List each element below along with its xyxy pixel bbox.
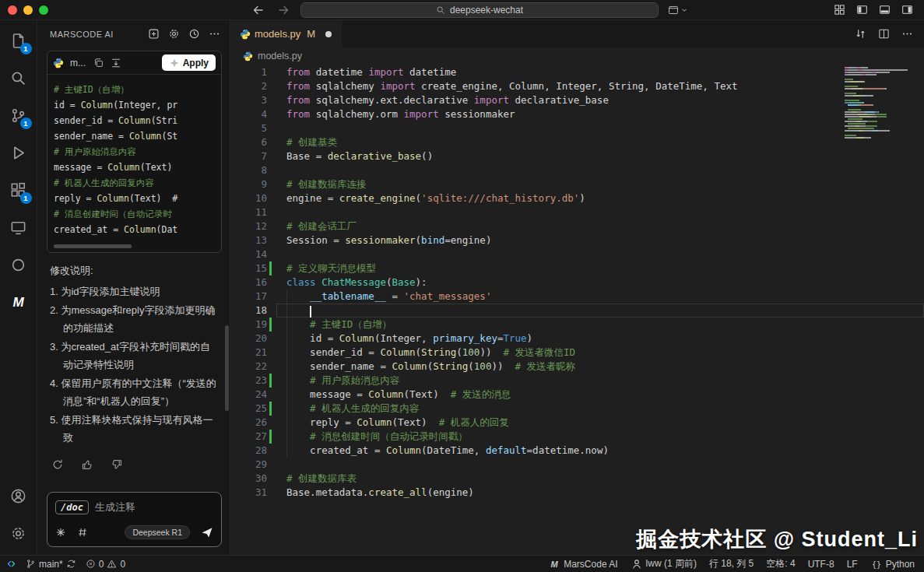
status-item-language[interactable]: {}Python [870,558,915,570]
thumbs-down-button[interactable] [111,458,123,471]
go-back-button[interactable] [252,4,265,16]
status-item-indentation[interactable]: 空格: 4 [766,557,795,570]
minimap-line [845,97,919,99]
code-line[interactable]: 4from sqlalchemy.orm import sessionmaker [230,107,924,121]
code-line[interactable]: 5 [230,121,924,135]
code-line[interactable]: 24 message = Column(Text) # 发送的消息 [230,388,924,402]
code-line[interactable]: 10engine = create_engine('sqlite:///chat… [230,191,924,205]
model-selector[interactable]: Deepseek R1 [125,525,190,539]
toggle-primary-sidebar-button[interactable] [856,4,868,16]
status-item-blame[interactable]: lww (1 周前) [631,557,697,570]
customize-layout-button[interactable] [834,4,845,16]
chat-input-box[interactable]: /doc 生成注释 Deepseek R1 [47,492,222,547]
code-line[interactable]: 3from sqlalchemy.ext.declarative import … [230,93,924,107]
code-line[interactable]: 12# 创建会话工厂 [230,219,924,233]
activity-item-search[interactable] [0,59,37,97]
toggle-secondary-sidebar-button[interactable] [901,4,913,16]
gutter-change-indicator [267,374,276,388]
thumbs-up-button[interactable] [81,458,93,471]
remote-indicator[interactable] [6,559,16,569]
code-line[interactable]: 23 # 用户原始消息内容 [230,374,924,388]
compare-changes-button[interactable] [855,28,866,40]
minimap-line [845,102,919,104]
activity-item-live-preview[interactable] [0,246,37,283]
apply-button[interactable]: Apply [162,54,216,71]
run-icon [10,145,26,161]
code-line[interactable]: 16class ChatMessage(Base): [230,275,924,290]
code-line[interactable]: 28 created_at = Column(DateTime, default… [230,444,924,458]
activity-item-run-debug[interactable] [0,134,37,171]
code-line[interactable]: 18 [230,304,924,318]
chevron-down-icon [680,6,688,14]
panel-more-button[interactable] [209,28,220,40]
code-line[interactable]: 25 # 机器人生成的回复内容 [230,402,924,416]
close-window-button[interactable] [8,5,17,15]
code-line[interactable]: 13Session = sessionmaker(bind=engine) [230,233,924,247]
send-button[interactable] [201,526,213,539]
status-label: UTF-8 [808,559,834,570]
note-item: 4. 保留用户原有的中文注释（“发送的消息”和“机器人的回复”） [50,374,217,410]
go-forward-button[interactable] [277,4,290,16]
insert-code-button[interactable] [111,58,121,68]
gutter-change-indicator [267,430,276,444]
activity-item-remote-explorer[interactable] [0,209,37,246]
tab-models-py[interactable]: models.py M [230,20,342,47]
activity-item-accounts[interactable] [0,477,37,514]
regenerate-button[interactable] [51,458,64,471]
diff-file-tab[interactable]: m... [70,58,86,68]
code-line[interactable]: 19 # 主键ID（自增） [230,318,924,332]
code-line[interactable]: 1from datetime import datetime [230,65,924,79]
code-suggestion-card: m... Apply # 主键ID（自增）id = Column(Integer… [47,51,222,253]
code-line[interactable]: 22 sender_name = Column(String(100)) # 发… [230,360,924,374]
horizontal-scrollbar[interactable] [54,244,132,248]
status-item-eol[interactable]: LF [847,559,858,570]
browser-icon [668,5,679,16]
code-editor[interactable]: 1from datetime import datetime2from sqla… [230,65,924,555]
activity-item-source-control[interactable]: 1 [0,97,37,134]
activity-item-extensions[interactable]: 1 [0,171,37,209]
activity-item-explorer[interactable]: 1 [0,22,37,59]
python-file-icon [243,51,253,61]
split-editor-button[interactable] [878,28,890,40]
minimap[interactable] [845,67,919,139]
panel-settings-button[interactable] [168,28,180,40]
profile-switcher[interactable] [668,5,688,16]
activity-item-marscode-ai[interactable]: M [0,283,37,321]
status-item-encoding[interactable]: UTF-8 [808,559,834,570]
branch-status[interactable]: main* [26,559,76,570]
code-line[interactable]: 17 __tablename__ = 'chat_messages' [230,290,924,304]
code-line[interactable]: 6# 创建基类 [230,135,924,149]
activity-item-manage[interactable] [0,514,37,552]
minimize-window-button[interactable] [23,5,33,15]
code-line[interactable]: 26 reply = Column(Text) # 机器人的回复 [230,416,924,430]
breadcrumb[interactable]: models.py [230,47,924,65]
code-line[interactable]: 2from sqlalchemy import create_engine, C… [230,79,924,93]
code-line[interactable]: 14 [230,247,924,261]
code-line[interactable]: 20 id = Column(Integer, primary_key=True… [230,332,924,346]
code-line[interactable]: 7Base = declarative_base() [230,149,924,163]
code-line[interactable]: 11 [230,205,924,219]
code-line[interactable]: 31Base.metadata.create_all(engine) [230,486,924,500]
code-line[interactable]: 30# 创建数据库表 [230,472,924,486]
code-text: # 创建会话工厂 [276,219,924,233]
history-button[interactable] [188,28,200,40]
status-item-marscode-ai[interactable]: MMarsCode AI [548,558,617,570]
code-line[interactable]: 27 # 消息创建时间（自动记录时间戳） [230,430,924,444]
code-line[interactable]: 15# 定义聊天消息模型 [230,261,924,275]
copy-code-button[interactable] [93,58,104,68]
editor-more-button[interactable] [901,28,913,40]
toggle-panel-button[interactable] [879,4,891,16]
sidebar-scrollbar[interactable] [225,325,229,411]
command-center-search[interactable]: deepseek-wechat [300,2,659,18]
code-line[interactable]: 8 [230,163,924,177]
code-line[interactable]: 9# 创建数据库连接 [230,177,924,191]
status-item-cursor-position[interactable]: 行 18, 列 5 [709,557,754,570]
problems-status[interactable]: 0 0 [86,559,125,570]
unsaved-indicator[interactable] [325,31,332,37]
add-context-button[interactable] [77,527,88,538]
enhance-prompt-button[interactable] [55,527,66,538]
zoom-window-button[interactable] [39,5,48,15]
new-chat-button[interactable] [148,28,160,40]
code-line[interactable]: 29 [230,458,924,472]
code-line[interactable]: 21 sender_id = Column(String(100)) # 发送者… [230,346,924,360]
